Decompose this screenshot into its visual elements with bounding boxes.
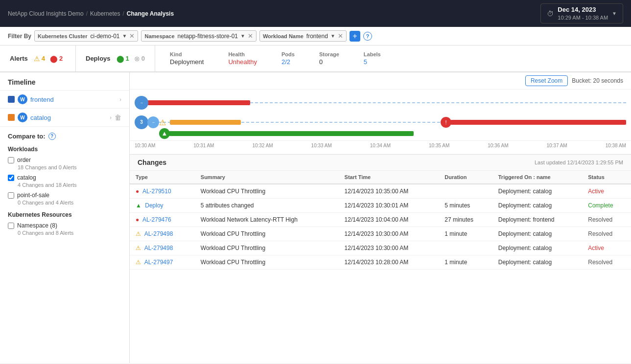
catalog-warn-icon: ⚠: [159, 117, 166, 127]
breadcrumb-home[interactable]: NetApp Cloud Insights Demo: [8, 10, 84, 17]
type-link[interactable]: AL-279497: [144, 259, 173, 266]
time-1: 10:31 AM: [193, 143, 214, 148]
cell-status: Resolved: [582, 227, 631, 241]
table-row: ⚠ AL-279498 Workload CPU Throttling 12/1…: [130, 241, 631, 255]
cell-type[interactable]: ⚠ AL-279498: [130, 227, 195, 241]
filter-chip-cluster-value: ci-demo-01: [91, 33, 120, 40]
deploy-green-badge[interactable]: ⬤ 1: [117, 55, 129, 63]
chevron-down-icon: ▼: [612, 11, 617, 16]
catalog-arrow: ›: [110, 114, 112, 120]
catalog-dots-circle: ···: [147, 116, 159, 128]
cell-type[interactable]: ⚠ AL-279497: [130, 255, 195, 270]
col-status: Status: [582, 171, 631, 184]
alerts-err-count: 2: [59, 55, 63, 62]
cell-triggered-on: Deployment: frontend: [492, 213, 583, 227]
sidebar: Timeline W frontend › W catalog › 🗑 Comp…: [0, 72, 130, 363]
meta-storage: Storage 0: [319, 51, 339, 66]
cell-status: Resolved: [582, 255, 631, 270]
cell-duration: [439, 241, 492, 255]
filter-chip-namespace-value: netapp-fitness-store-01: [178, 33, 238, 40]
checkbox-catalog[interactable]: [8, 175, 14, 181]
labels-value[interactable]: 5: [364, 58, 381, 66]
meta-pods: Pods 2/2: [281, 51, 295, 66]
type-link[interactable]: AL-279510: [142, 188, 171, 195]
cell-duration: [439, 184, 492, 199]
checkbox-namespace[interactable]: [8, 223, 14, 229]
deploys-label: Deploys: [86, 55, 111, 62]
labels-label: Labels: [364, 51, 381, 57]
alert-warn-badge[interactable]: ⚠ 4: [34, 55, 45, 63]
checkbox-order[interactable]: [8, 157, 14, 163]
reset-zoom-button[interactable]: Reset Zoom: [525, 75, 568, 86]
checkbox-pos[interactable]: [8, 192, 14, 199]
cell-type[interactable]: ● AL-279476: [130, 213, 195, 227]
filter-chip-namespace[interactable]: Namespace netapp-fitness-store-01 ▼ ✕: [141, 30, 256, 42]
cell-summary: 5 attributes changed: [195, 199, 339, 213]
main-layout: Timeline W frontend › W catalog › 🗑 Comp…: [0, 72, 631, 363]
filter-help-icon[interactable]: ?: [363, 32, 372, 41]
catalog-deploy-circle: ▲: [159, 128, 170, 139]
cell-start-time: 12/14/2023 10:30:01 AM: [339, 199, 439, 213]
table-row: ▲ Deploy 5 attributes changed 12/14/2023…: [130, 199, 631, 213]
label-order[interactable]: order: [17, 157, 31, 163]
compare-title-row: Compare to: ?: [8, 133, 121, 140]
cell-start-time: 12/14/2023 10:28:00 AM: [339, 255, 439, 270]
storage-value: 0: [319, 58, 339, 66]
time-4: 10:34 AM: [370, 143, 391, 148]
type-icon: ⚠: [136, 245, 141, 251]
meta-labels: Labels 5: [364, 51, 381, 66]
delete-catalog-icon[interactable]: 🗑: [115, 114, 121, 121]
workload-item-catalog[interactable]: W catalog › 🗑: [0, 109, 129, 127]
frontend-dashed-line: [250, 102, 626, 103]
changes-section: Changes Last updated 12/14/2023 1:29:55 …: [130, 155, 631, 363]
health-value: Unhealthy: [228, 58, 257, 66]
workload-checkbox-catalog: catalog 4 Changes and 18 Alerts: [8, 174, 121, 188]
cell-summary: Workload Network Latency-RTT High: [195, 213, 339, 227]
meta-kind: Kind Deployment: [170, 51, 204, 66]
right-panel: Reset Zoom Bucket: 20 seconds ···: [130, 72, 631, 363]
type-link[interactable]: AL-279498: [144, 245, 173, 251]
deploy-green-icon: ⬤: [117, 55, 124, 63]
catalog-error-circle: !: [441, 117, 451, 128]
breadcrumb-sep1: /: [86, 10, 88, 17]
table-row: ⚠ AL-279497 Workload CPU Throttling 12/1…: [130, 255, 631, 270]
workload-item-frontend[interactable]: W frontend ›: [0, 91, 129, 109]
cell-type[interactable]: ▲ Deploy: [130, 199, 195, 213]
type-link[interactable]: AL-279498: [144, 230, 173, 237]
add-filter-button[interactable]: +: [350, 31, 360, 42]
breadcrumb-k8s[interactable]: Kubernetes: [90, 10, 120, 17]
cell-duration: 27 minutes: [439, 213, 492, 227]
type-link[interactable]: AL-279476: [142, 216, 171, 223]
chip-clear-workload[interactable]: ✕: [338, 32, 343, 40]
date-time-block[interactable]: ⏱ Dec 14, 2023 10:29 AM - 10:38 AM ▼: [540, 3, 623, 23]
cell-status: Active: [582, 241, 631, 255]
cell-type[interactable]: ⚠ AL-279498: [130, 241, 195, 255]
alert-err-badge[interactable]: ⬤ 2: [50, 55, 63, 63]
cell-status: Active: [582, 184, 631, 199]
deploy-gray-badge[interactable]: ⊗ 0: [134, 55, 145, 63]
label-namespace[interactable]: Namespace (8): [17, 222, 57, 229]
clock-icon: ⏱: [547, 10, 554, 18]
catalog-wl-icon: W: [18, 113, 27, 122]
compare-title: Compare to:: [8, 133, 46, 140]
frontend-arrow: ›: [119, 96, 121, 102]
cell-type[interactable]: ● AL-279510: [130, 184, 195, 199]
chip-clear-namespace[interactable]: ✕: [248, 32, 253, 40]
filter-bar: Filter By Kubernetes Cluster ci-demo-01 …: [0, 27, 631, 46]
col-duration: Duration: [439, 171, 492, 184]
chip-clear-cluster[interactable]: ✕: [129, 32, 135, 40]
compare-help-icon[interactable]: ?: [48, 133, 56, 140]
type-link[interactable]: Deploy: [145, 202, 163, 209]
meta-block: Kind Deployment Health Unhealthy Pods 2/…: [155, 46, 396, 71]
workloads-section-title: Workloads: [8, 146, 121, 153]
breadcrumb-sep2: /: [122, 10, 124, 17]
time-3: 10:33 AM: [311, 143, 332, 148]
label-catalog[interactable]: catalog: [17, 174, 36, 181]
frontend-color-box: [8, 96, 15, 103]
pods-value[interactable]: 2/2: [281, 58, 295, 66]
filter-chip-cluster[interactable]: Kubernetes Cluster ci-demo-01 ▼ ✕: [34, 30, 138, 42]
filter-chip-workload[interactable]: Workload Name frontend ▼ ✕: [259, 30, 347, 42]
catalog-start-circle: 3: [135, 115, 148, 129]
label-pos[interactable]: point-of-sale: [17, 192, 49, 199]
catalog-color-box: [8, 114, 15, 121]
